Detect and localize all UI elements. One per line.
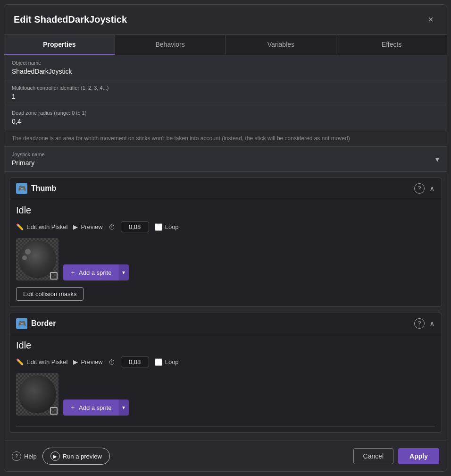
border-section: 🎮 Border ? ∧ Idle ✏️ Edit with Piskel ▶ [9, 313, 442, 433]
tab-variables[interactable]: Variables [226, 35, 337, 55]
thumb-sprite-select-box [50, 272, 58, 280]
border-anim-label: Idle [16, 340, 435, 351]
thumb-add-sprite-wrap: ＋ Add a sprite ▾ [63, 264, 129, 280]
object-name-field: Object name ShadedDarkJoystick [4, 55, 447, 80]
pencil-icon: ✏️ [16, 223, 24, 230]
border-add-sprite-button[interactable]: ＋ Add a sprite [63, 400, 118, 416]
multitouch-value[interactable]: 1 [12, 93, 439, 100]
play-icon-border: ▶ [73, 358, 78, 366]
border-anim-controls: ✏️ Edit with Piskel ▶ Preview ⏱ Loop [16, 357, 435, 367]
border-edit-piskel-button[interactable]: ✏️ Edit with Piskel [16, 358, 67, 366]
tab-properties[interactable]: Properties [4, 35, 115, 55]
border-sprite-select-box [50, 407, 58, 415]
close-button[interactable]: × [424, 12, 437, 27]
thumb-timer-icon: ⏱ [109, 223, 115, 231]
thumb-add-sprite-button[interactable]: ＋ Add a sprite [63, 264, 118, 280]
joystick-name-label: Joystick name [12, 152, 435, 157]
help-circle-icon: ? [12, 451, 21, 461]
tab-effects[interactable]: Effects [336, 35, 447, 55]
thumb-section-title: Thumb [31, 184, 56, 193]
dialog-header: Edit ShadedDarkJoystick × [4, 5, 447, 35]
border-sprite-row: ＋ Add a sprite ▾ [16, 373, 435, 416]
border-loop-checkbox[interactable] [155, 358, 162, 366]
thumb-sprite-row: ＋ Add a sprite ▾ [16, 238, 435, 280]
joystick-name-field: Joystick name Primary ▾ [4, 147, 447, 172]
thumb-preview-button[interactable]: ▶ Preview [73, 223, 102, 230]
border-timer-icon: ⏱ [109, 358, 115, 366]
border-section-icon: 🎮 [16, 318, 27, 329]
border-preview-button[interactable]: ▶ Preview [73, 358, 102, 366]
border-add-sprite-wrap: ＋ Add a sprite ▾ [63, 400, 129, 416]
object-name-value[interactable]: ShadedDarkJoystick [12, 68, 439, 75]
pencil-icon-border: ✏️ [16, 358, 24, 366]
edit-dialog: Edit ShadedDarkJoystick × Properties Beh… [4, 4, 447, 472]
border-separator [16, 426, 435, 426]
dialog-footer: ? Help ▶ Run a preview Cancel Apply [4, 441, 447, 471]
border-loop-label: Loop [155, 358, 179, 366]
thumb-sprite-thumbnail[interactable] [16, 238, 58, 280]
border-sprite-thumbnail[interactable] [16, 373, 58, 416]
thumb-help-icon[interactable]: ? [414, 183, 425, 194]
thumb-edit-collision-button[interactable]: Edit collision masks [16, 287, 84, 301]
thumb-add-sprite-arrow-button[interactable]: ▾ [118, 264, 129, 280]
joystick-name-value[interactable]: Primary [12, 159, 435, 167]
thumb-loop-checkbox[interactable] [155, 223, 162, 231]
content-area: Object name ShadedDarkJoystick Multitouc… [4, 55, 447, 441]
border-section-title: Border [31, 319, 56, 328]
multitouch-field: Multitouch controller identifier (1, 2, … [4, 80, 447, 105]
border-section-header: 🎮 Border ? ∧ [9, 313, 442, 334]
thumb-edit-piskel-button[interactable]: ✏️ Edit with Piskel [16, 223, 67, 230]
thumb-section-body: Idle ✏️ Edit with Piskel ▶ Preview ⏱ Loo… [9, 199, 442, 306]
plus-icon: ＋ [70, 268, 76, 277]
thumb-anim-label: Idle [16, 205, 435, 216]
tab-bar: Properties Behaviors Variables Effects [4, 35, 447, 55]
border-fps-input[interactable] [121, 357, 149, 367]
thumb-collapse-icon[interactable]: ∧ [429, 184, 435, 193]
tab-behaviors[interactable]: Behaviors [115, 35, 226, 55]
border-help-icon[interactable]: ? [414, 318, 425, 329]
dialog-title: Edit ShadedDarkJoystick [14, 14, 127, 25]
play-icon: ▶ [73, 223, 78, 230]
dead-zone-label: Dead zone radius (range: 0 to 1) [12, 110, 439, 116]
thumb-section-header: 🎮 Thumb ? ∧ [9, 178, 442, 199]
dead-zone-note: The deadzone is an area for which moveme… [4, 130, 447, 147]
dead-zone-value[interactable]: 0,4 [12, 118, 439, 125]
plus-icon-border: ＋ [70, 403, 76, 412]
object-name-label: Object name [12, 60, 439, 66]
thumb-loop-label: Loop [155, 223, 179, 231]
border-section-body: Idle ✏️ Edit with Piskel ▶ Preview ⏱ Loo… [9, 334, 442, 432]
apply-button[interactable]: Apply [398, 448, 439, 464]
multitouch-label: Multitouch controller identifier (1, 2, … [12, 85, 439, 91]
thumb-anim-controls: ✏️ Edit with Piskel ▶ Preview ⏱ Loop [16, 221, 435, 232]
run-preview-play-icon: ▶ [50, 451, 60, 461]
border-add-sprite-arrow-button[interactable]: ▾ [118, 400, 129, 416]
thumb-fps-input[interactable] [121, 221, 149, 232]
joystick-name-dropdown-arrow[interactable]: ▾ [435, 155, 439, 164]
thumb-section-icon: 🎮 [16, 183, 27, 194]
thumb-section: 🎮 Thumb ? ∧ Idle ✏️ Edit with Piskel ▶ [9, 178, 442, 307]
help-button[interactable]: ? Help [12, 451, 37, 461]
dead-zone-field: Dead zone radius (range: 0 to 1) 0,4 [4, 105, 447, 130]
run-preview-button[interactable]: ▶ Run a preview [42, 448, 110, 465]
cancel-button[interactable]: Cancel [353, 448, 394, 464]
border-collapse-icon[interactable]: ∧ [429, 319, 435, 328]
